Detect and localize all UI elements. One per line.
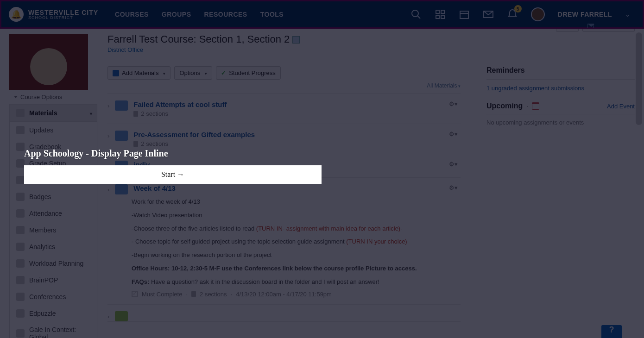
bell-icon[interactable]: 5 — [507, 9, 518, 20]
course-options-label: Course Options — [20, 94, 62, 100]
options-button[interactable]: Options — [174, 66, 212, 80]
sidebar-item-label: Analytics — [29, 243, 55, 250]
all-materials-dropdown[interactable]: All Materials — [107, 82, 461, 89]
folder-gear-icon[interactable] — [449, 100, 458, 107]
nav-tools[interactable]: TOOLS — [260, 11, 284, 18]
course-options-dropdown[interactable]: Course Options — [9, 90, 97, 104]
reminders-heading: Reminders — [486, 66, 635, 80]
sidebar-item-attendance[interactable]: Attendance — [10, 205, 97, 222]
mail-icon[interactable] — [483, 9, 494, 20]
badges-icon — [16, 193, 25, 201]
folder-title[interactable]: Week of 4/13 — [133, 184, 176, 192]
sidebar-item-edpuzzle[interactable]: Edpuzzle — [10, 305, 97, 322]
folder-title[interactable]: Failed Attempts at cool stuff — [133, 100, 227, 108]
sidebar-item-conferences[interactable]: Conferences — [10, 288, 97, 305]
nav-resources[interactable]: RESOURCES — [204, 11, 247, 18]
folder-sections: 2 sections — [141, 140, 168, 147]
gale-icon — [16, 329, 25, 338]
avatar[interactable] — [531, 7, 545, 21]
sidebar-item-badges[interactable]: Badges — [10, 188, 97, 205]
upcoming-heading: Upcoming · Add Event — [486, 102, 635, 114]
add-materials-label: Add Materials — [122, 69, 158, 76]
sidebar-item-label: Conferences — [29, 293, 66, 300]
expand-icon[interactable]: › — [107, 132, 109, 139]
folder-gear-icon[interactable] — [449, 131, 458, 138]
help-button[interactable]: ? — [601, 325, 622, 338]
folder-meta: 2 sections — [133, 140, 255, 147]
folder-icon[interactable] — [115, 184, 128, 194]
svg-rect-4 — [436, 15, 439, 19]
folder-icon[interactable] — [115, 311, 128, 321]
top-header: 🔔 WESTERVILLE CITY SCHOOL DISTRICT COURS… — [0, 0, 644, 29]
analytics-icon — [16, 243, 25, 251]
folder-meta: 2 sections — [133, 110, 227, 117]
folder-row: › Failed Attempts at cool stuff 2 sectio… — [107, 94, 461, 124]
expand-icon[interactable]: › — [107, 186, 109, 193]
sidebar-item-label: Updates — [29, 126, 53, 134]
nav-groups[interactable]: GROUPS — [162, 11, 191, 18]
brand-logo-icon: 🔔 — [9, 7, 24, 22]
expand-icon[interactable]: › — [107, 313, 109, 320]
sidebar-item-label: Edpuzzle — [29, 310, 56, 317]
svg-rect-2 — [436, 10, 439, 13]
brand-text: WESTERVILLE CITY SCHOOL DISTRICT — [28, 9, 98, 20]
body-text-bold: Office Hours: 10-12, 2:30-5 M-F use the … — [132, 264, 459, 274]
sidebar-item-materials[interactable]: Materials — [10, 104, 97, 122]
ungraded-link[interactable]: 1 ungraded assignment submissions — [486, 85, 584, 92]
sidebar-item-brainpop[interactable]: BrainPOP — [10, 272, 97, 288]
folder-sections: 2 sections — [141, 110, 168, 117]
chevron-down-icon — [90, 109, 92, 117]
course-title-text: Farrell Test Course: Section 1, Section … — [107, 33, 290, 45]
sidebar-item-label: Badges — [29, 193, 51, 200]
add-event-link[interactable]: Add Event — [607, 103, 635, 110]
folder-body: Work for the week of 4/13 -Watch Video p… — [132, 197, 459, 287]
user-menu-chevron-icon[interactable]: ⌄ — [625, 11, 631, 18]
calendar-icon[interactable] — [459, 9, 470, 20]
folder-gear-icon[interactable] — [449, 161, 458, 168]
apps-icon[interactable] — [435, 9, 446, 20]
footer-dates: 4/13/20 12:00am - 4/17/20 11:59pm — [236, 291, 332, 298]
sidebar-item-label: Workload Planning — [29, 260, 83, 267]
conferences-icon — [16, 293, 25, 301]
student-progress-label: Student Progress — [229, 69, 275, 76]
sidebar-item-workload[interactable]: Workload Planning — [10, 255, 97, 272]
course-title: Farrell Test Course: Section 1, Section … — [107, 33, 300, 45]
sidebar-item-label: BrainPOP — [29, 276, 58, 284]
workload-icon — [16, 259, 25, 268]
brand-line2: SCHOOL DISTRICT — [28, 16, 98, 20]
folder-icon[interactable] — [115, 131, 128, 141]
complete-check-icon — [132, 291, 138, 297]
sidebar: Materials Updates Gradebook Grade Setup … — [9, 104, 97, 338]
school-link[interactable]: District Office — [107, 46, 143, 53]
sidebar-item-updates[interactable]: Updates — [10, 122, 97, 138]
sidebar-item-gale-global[interactable]: Gale In Context: Global... — [10, 322, 97, 338]
sections-icon — [191, 291, 196, 297]
expand-icon[interactable]: › — [107, 102, 109, 109]
folder-footer: Must Complete · 2 sections · 4/13/20 12:… — [132, 291, 459, 298]
start-button[interactable]: Start → — [24, 165, 322, 184]
student-progress-button[interactable]: ✓Student Progress — [216, 66, 280, 80]
calendar-small-icon[interactable] — [532, 102, 539, 110]
sections-icon — [133, 141, 138, 147]
must-complete-label: Must Complete — [142, 291, 182, 298]
svg-line-1 — [417, 16, 420, 19]
left-column: Course Options Materials Updates Gradebo… — [9, 33, 97, 338]
updates-icon — [16, 126, 25, 134]
search-icon[interactable] — [410, 9, 422, 20]
folder-gear-icon[interactable] — [449, 184, 458, 191]
chevron-down-icon — [161, 69, 165, 76]
sections-icon — [133, 111, 138, 117]
chevron-down-icon — [14, 96, 18, 98]
upcoming-label: Upcoming — [486, 102, 523, 110]
body-text: -Watch Video presentation — [132, 211, 459, 220]
add-materials-button[interactable]: Add Materials — [107, 66, 170, 80]
folder-row: › — [107, 304, 461, 322]
folder-icon[interactable] — [115, 100, 128, 111]
sidebar-item-analytics[interactable]: Analytics — [10, 238, 97, 255]
nav-courses[interactable]: COURSES — [115, 11, 149, 18]
scrollbar[interactable] — [636, 32, 642, 125]
body-text-highlight: (TURN IN- assignment with main idea for … — [256, 225, 403, 232]
sidebar-item-members[interactable]: Members — [10, 222, 97, 238]
course-info-icon[interactable] — [292, 36, 300, 44]
folder-title[interactable]: Pre-Assessment for Gifted examples — [133, 131, 255, 138]
